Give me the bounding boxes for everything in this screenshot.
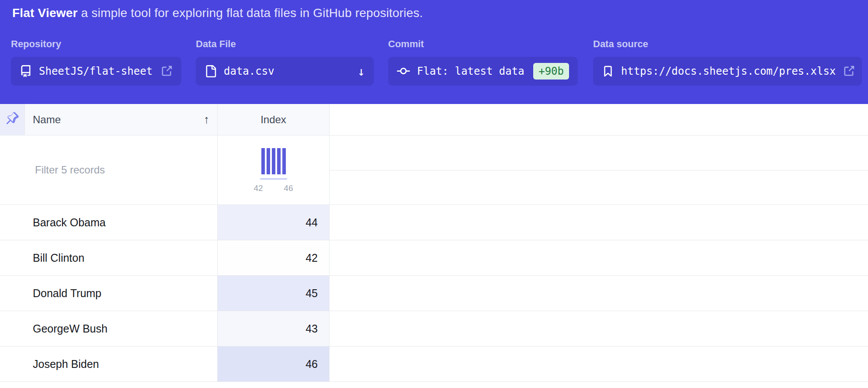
commit-control: Commit Flat: latest data +90b [388,38,578,86]
table-header-row: Name ↑ Index [0,104,868,135]
table-row: GeorgeW Bush 43 [0,311,868,346]
column-header-name[interactable]: Name ↑ [25,104,218,135]
pin-column-toggle[interactable] [0,104,25,135]
header-empty-area [330,104,868,135]
data-source-button[interactable]: https://docs.sheetjs.com/pres.xlsx [593,57,862,86]
data-source-url: https://docs.sheetjs.com/pres.xlsx [621,65,836,77]
page-title: Flat Viewera simple tool for exploring f… [12,6,423,20]
sort-ascending-icon: ↑ [204,113,209,126]
row-index-cell: 44 [218,205,330,240]
row-name-cell: GeorgeW Bush [25,311,218,346]
file-icon [205,65,217,77]
external-link-icon[interactable] [843,65,855,77]
grid-line [330,135,868,170]
repo-icon [20,65,32,77]
column-header-index[interactable]: Index [218,104,330,135]
git-commit-icon [397,65,410,78]
row-index-cell: 46 [218,346,330,381]
row-name-cell: Barack Obama [25,205,218,240]
data-grid: Name ↑ Index 42 46 Barack Obama [0,104,868,382]
bookmark-icon [602,65,614,77]
app-subtitle: a simple tool for exploring flat data fi… [81,6,423,20]
row-name-cell: Bill Clinton [25,240,218,275]
app-title: Flat Viewer [12,6,78,20]
filter-input[interactable] [35,164,208,176]
pin-icon [6,112,19,128]
data-file-label: Data File [196,38,374,50]
index-histogram[interactable]: 42 46 [218,135,330,204]
repository-button[interactable]: SheetJS/flat-sheet [11,57,181,86]
data-file-control: Data File data.csv ↓ [196,38,374,86]
row-index-cell: 42 [218,240,330,275]
app-header: Flat Viewera simple tool for exploring f… [0,0,868,104]
repository-control: Repository SheetJS/flat-sheet [11,38,181,86]
column-name-label: Name [33,114,61,126]
data-source-control: Data source https://docs.sheetjs.com/pre… [593,38,862,86]
name-filter-cell [25,135,218,204]
histogram-range-underline [260,178,287,180]
column-index-label: Index [260,114,286,126]
histogram-min-label: 42 [254,184,263,193]
row-name-cell: Donald Trump [25,276,218,311]
row-index-cell: 43 [218,311,330,346]
data-source-label: Data source [593,38,862,50]
arrow-down-icon: ↓ [358,64,365,79]
table-row: Barack Obama 44 [0,205,868,240]
commit-message: Flat: latest data [417,65,524,77]
table-body: Barack Obama 44 Bill Clinton 42 Donald T… [0,205,868,382]
histogram-bars [261,148,286,174]
table-row: Donald Trump 45 [0,276,868,311]
repository-label: Repository [11,38,181,50]
external-link-icon[interactable] [160,65,173,77]
histogram-max-label: 46 [284,184,293,193]
table-row: Joseph Biden 46 [0,346,868,382]
commit-diff-badge: +90b [533,63,569,80]
row-name-cell: Joseph Biden [25,346,218,381]
data-file-value: data.csv [224,65,274,77]
commit-button[interactable]: Flat: latest data +90b [388,57,578,86]
repository-value: SheetJS/flat-sheet [39,65,153,77]
pin-column-spacer [0,135,25,204]
filter-empty-area [330,135,868,204]
row-index-cell: 45 [218,276,330,311]
data-file-button[interactable]: data.csv ↓ [196,57,374,86]
commit-label: Commit [388,38,578,50]
filter-row: 42 46 [0,135,868,205]
table-row: Bill Clinton 42 [0,240,868,276]
